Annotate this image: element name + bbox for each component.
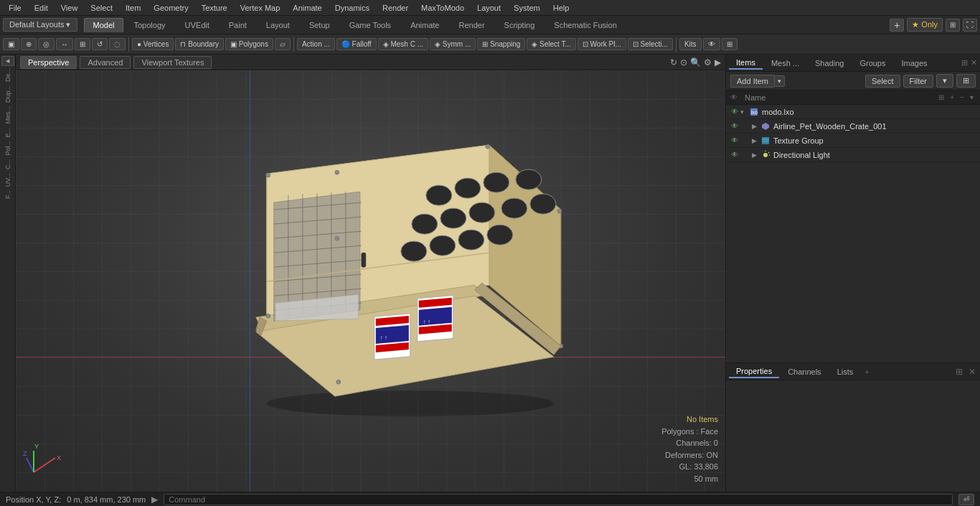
sidebar-label-f[interactable]: F... bbox=[3, 189, 13, 200]
tab-gametools[interactable]: Game Tools bbox=[340, 18, 401, 32]
edge-button[interactable]: ▱ bbox=[275, 38, 291, 50]
lr-tab-properties[interactable]: Properties bbox=[729, 365, 779, 378]
viewport-arrow-icon[interactable]: ▶ bbox=[715, 57, 721, 67]
menu-geometry[interactable]: Geometry bbox=[148, 2, 194, 14]
menu-select[interactable]: Select bbox=[85, 2, 118, 14]
menu-dynamics[interactable]: Dynamics bbox=[329, 2, 375, 14]
sidebar-label-e[interactable]: E... bbox=[3, 126, 13, 139]
symm-button[interactable]: ◈ Symm ... bbox=[430, 38, 476, 50]
viewport-reset-icon[interactable]: ⊙ bbox=[680, 57, 687, 67]
vis-icon-crate[interactable]: 👁 bbox=[729, 121, 740, 132]
sidebar-label-pol[interactable]: Pol... bbox=[3, 139, 13, 157]
menu-file[interactable]: File bbox=[3, 2, 27, 14]
menu-texture[interactable]: Texture bbox=[196, 2, 233, 14]
right-panel-close-icon[interactable]: ✕ bbox=[971, 58, 977, 67]
tab-topology[interactable]: Topology bbox=[124, 18, 174, 32]
fullscreen-button[interactable]: ⛶ bbox=[963, 19, 977, 32]
expand-icon-light[interactable]: ▶ bbox=[752, 151, 760, 159]
tab-groups[interactable]: Groups bbox=[852, 57, 892, 69]
tab-setup[interactable]: Setup bbox=[300, 18, 339, 32]
add-layout-tab-button[interactable]: + bbox=[890, 19, 904, 32]
tab-items[interactable]: Items bbox=[729, 57, 763, 70]
list-item-airline-crate[interactable]: 👁 ▶ Airline_Pet_Wooden_Crate_001 bbox=[726, 119, 980, 133]
selecti-button[interactable]: ⊡ Selecti... bbox=[628, 38, 673, 50]
vis-icon-modo-lxo[interactable]: 👁 bbox=[729, 106, 740, 118]
select-t-button[interactable]: ◈ Select T... bbox=[527, 38, 576, 50]
falloff-button[interactable]: 🔵 Falloff bbox=[336, 38, 377, 50]
maximize-button[interactable]: ⊞ bbox=[946, 19, 960, 32]
default-layouts-dropdown[interactable]: Default Layouts ▾ bbox=[3, 18, 77, 32]
menu-item[interactable]: Item bbox=[120, 2, 146, 14]
work-pl-button[interactable]: ⊡ Work Pl... bbox=[578, 38, 626, 50]
mesh-c-button[interactable]: ◈ Mesh C ... bbox=[378, 38, 428, 50]
tool-globe[interactable]: ⊕ bbox=[21, 38, 37, 50]
sidebar-label-c[interactable]: C... bbox=[3, 158, 13, 171]
3d-scene[interactable]: ↑ ↑ ↑ ↑ bbox=[16, 70, 725, 492]
expand-icon-texture[interactable]: ▶ bbox=[752, 137, 760, 144]
grid-icon-btn[interactable]: ⊞ bbox=[722, 38, 738, 50]
viewport-search-icon[interactable]: 🔍 bbox=[690, 57, 701, 67]
viewport-tab-advanced[interactable]: Advanced bbox=[80, 56, 131, 69]
tool-rotate[interactable]: ↺ bbox=[92, 38, 108, 50]
tab-animate[interactable]: Animate bbox=[401, 18, 448, 32]
items-expand-btn[interactable]: ⊞ bbox=[956, 74, 976, 88]
col-sort-btn[interactable]: ⊞ bbox=[936, 93, 946, 102]
lr-close-icon[interactable]: ✕ bbox=[967, 365, 977, 378]
filter-button[interactable]: Filter bbox=[903, 75, 933, 88]
menu-maxtomodo[interactable]: MaxToModo bbox=[415, 2, 470, 14]
lr-tab-channels[interactable]: Channels bbox=[781, 366, 828, 378]
list-item-directional-light[interactable]: 👁 ▶ Directional Light bbox=[726, 148, 980, 162]
select-button[interactable]: Select bbox=[865, 75, 900, 88]
add-item-dropdown[interactable]: ▾ bbox=[774, 75, 785, 87]
tool-pointer[interactable]: ▣ bbox=[3, 38, 19, 50]
menu-render[interactable]: Render bbox=[377, 2, 414, 14]
viewport[interactable]: Perspective Advanced Viewport Textures ↻… bbox=[16, 55, 725, 492]
tab-mesh[interactable]: Mesh ... bbox=[764, 57, 806, 69]
lr-tab-lists[interactable]: Lists bbox=[830, 366, 861, 378]
vis-icon-light[interactable]: 👁 bbox=[729, 149, 740, 161]
items-more-btn[interactable]: ▾ bbox=[936, 74, 953, 88]
col-options-btn[interactable]: ▾ bbox=[968, 93, 976, 102]
view-icon-btn[interactable]: 👁 bbox=[703, 38, 720, 50]
tool-smooth[interactable]: ◌ bbox=[109, 38, 126, 50]
tab-schematic-fusion[interactable]: Schematic Fusion bbox=[545, 18, 626, 32]
menu-system[interactable]: System bbox=[508, 2, 546, 14]
snapping-button[interactable]: ⊞ Snapping bbox=[477, 38, 525, 50]
lr-tab-add-btn[interactable]: + bbox=[864, 367, 869, 376]
tab-render[interactable]: Render bbox=[449, 18, 494, 32]
star-only-label[interactable]: ★ Only bbox=[907, 18, 943, 32]
menu-edit[interactable]: Edit bbox=[29, 2, 54, 14]
lr-expand-icon[interactable]: ⊞ bbox=[954, 365, 964, 378]
sidebar-label-uv[interactable]: UV... bbox=[3, 172, 13, 188]
viewport-tab-perspective[interactable]: Perspective bbox=[20, 56, 77, 69]
tab-images[interactable]: Images bbox=[894, 57, 934, 69]
sidebar-label-dup[interactable]: Dup... bbox=[3, 84, 13, 104]
tab-shading[interactable]: Shading bbox=[808, 57, 851, 69]
col-add-btn[interactable]: + bbox=[948, 93, 956, 102]
viewport-settings-icon[interactable]: ⚙ bbox=[704, 57, 712, 67]
sidebar-label-mes[interactable]: Mes... bbox=[3, 105, 13, 126]
menu-help[interactable]: Help bbox=[547, 2, 575, 14]
menu-layout[interactable]: Layout bbox=[471, 2, 507, 14]
tab-layout[interactable]: Layout bbox=[257, 18, 299, 32]
boundary-button[interactable]: ⊓ Boundary bbox=[175, 38, 224, 50]
tool-snap[interactable]: ⊞ bbox=[75, 38, 90, 50]
sidebar-toggle-btn[interactable]: ◀ bbox=[1, 56, 14, 66]
sidebar-label-de[interactable]: De... bbox=[3, 67, 13, 83]
viewport-orbit-icon[interactable]: ↻ bbox=[670, 57, 677, 67]
tool-arrow[interactable]: ↔ bbox=[56, 38, 73, 50]
list-item-texture-group[interactable]: 👁 ▶ Texture Group bbox=[726, 133, 980, 148]
expand-icon-crate[interactable]: ▶ bbox=[752, 123, 760, 130]
viewport-tab-textures[interactable]: Viewport Textures bbox=[133, 56, 212, 69]
list-item-modo-lxo[interactable]: 👁 ▾ lxo modo.lxo bbox=[726, 105, 980, 119]
kits-button[interactable]: Kits bbox=[679, 38, 702, 50]
right-panel-expand-icon[interactable]: ⊞ bbox=[961, 58, 968, 67]
polygons-button[interactable]: ▣ Polygons bbox=[225, 38, 273, 50]
command-go-button[interactable]: ⏎ bbox=[958, 494, 974, 505]
command-arrow[interactable]: ▶ bbox=[151, 495, 158, 505]
expand-icon-modo-lxo[interactable]: ▾ bbox=[740, 108, 749, 116]
menu-animate[interactable]: Animate bbox=[287, 2, 327, 14]
tab-uvedit[interactable]: UVEdit bbox=[176, 18, 219, 32]
command-input[interactable] bbox=[164, 494, 953, 505]
tool-lasso[interactable]: ◎ bbox=[38, 38, 55, 50]
